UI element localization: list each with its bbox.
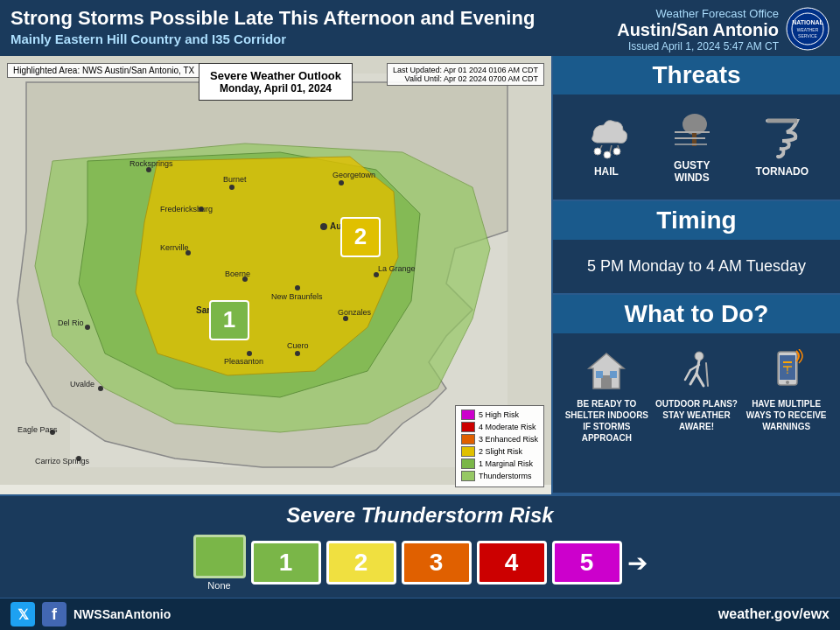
main-title: Strong Storms Possible Late This Afterno…: [10, 7, 535, 30]
svg-text:Pleasanton: Pleasanton: [224, 357, 263, 366]
house-label: BE READY TO SHELTER INDOORS IF STORMS AP…: [564, 398, 650, 444]
hiker-label: OUTDOOR PLANS? STAY WEATHER AWARE!: [654, 398, 740, 432]
hail-icon: [584, 116, 628, 160]
what-house: BE READY TO SHELTER INDOORS IF STORMS AP…: [564, 349, 650, 444]
svg-point-25: [295, 285, 300, 290]
svg-text:Cuero: Cuero: [287, 341, 309, 350]
phone-label: HAVE MULTIPLE WAYS TO RECEIVE WARNINGS: [743, 398, 830, 432]
threats-section: Threats HAI: [553, 56, 840, 201]
legend-item-tstm: Thunderstorms: [461, 471, 538, 481]
svg-point-46: [604, 151, 611, 158]
threat-tornado: TORNADO: [756, 116, 808, 178]
legend-item-4: 4 Moderate Risk: [461, 422, 538, 432]
svg-rect-59: [610, 371, 617, 378]
threat-hail: HAIL: [584, 116, 628, 178]
svg-text:Burnet: Burnet: [223, 175, 247, 184]
legend-item-3: 3 Enhanced Risk: [461, 434, 538, 444]
risk-box-5: 5: [552, 541, 622, 584]
svg-text:Gonzales: Gonzales: [338, 308, 372, 317]
risk-scale: None 1 2 3 4 5 ➔: [10, 535, 830, 591]
svg-point-17: [229, 185, 234, 190]
sidebar: Threats HAI: [551, 56, 840, 494]
svg-line-65: [685, 370, 690, 380]
header-left: Strong Storms Possible Late This Afterno…: [10, 7, 535, 46]
svg-text:Fredericksburg: Fredericksburg: [160, 205, 213, 214]
office-name: Austin/San Antonio: [617, 20, 779, 40]
risk-scale-title: Severe Thunderstorm Risk: [10, 503, 830, 528]
header: Strong Storms Possible Late This Afterno…: [0, 0, 840, 56]
wind-icon: [670, 110, 714, 154]
svg-text:Georgetown: Georgetown: [332, 171, 375, 179]
svg-point-31: [247, 351, 252, 356]
svg-line-62: [690, 374, 696, 384]
tornado-icon: [760, 116, 804, 160]
svg-point-29: [295, 351, 300, 356]
hail-label: HAIL: [594, 165, 619, 178]
timing-title: Timing: [553, 201, 840, 240]
svg-point-7: [320, 223, 327, 230]
risk-none-wrapper: None: [193, 535, 246, 591]
phone-icon: !: [765, 349, 808, 393]
legend-item-5: 5 High Risk: [461, 410, 538, 420]
hiker-icon: [675, 349, 718, 393]
social-handle[interactable]: NWSSanAntonio: [74, 607, 171, 621]
map-updated: Last Updated: Apr 01 2024 0106 AM CDT Va…: [387, 63, 544, 86]
nws-logo: NATIONAL WEATHER SERVICE: [786, 7, 830, 51]
svg-line-50: [618, 145, 619, 149]
threats-title: Threats: [553, 56, 840, 94]
svg-line-48: [600, 145, 602, 149]
what-phone: ! HAVE MULTIPLE WAYS TO RECEIVE WARNINGS: [743, 349, 830, 432]
social-bar: 𝕏 f NWSSanAntonio weather.gov/ewx: [0, 598, 840, 630]
svg-point-35: [98, 386, 103, 391]
facebook-icon[interactable]: f: [42, 602, 66, 626]
svg-point-47: [613, 148, 620, 155]
social-left: 𝕏 f NWSSanAntonio: [10, 602, 171, 626]
wind-label: GUSTY WINDS: [674, 159, 710, 184]
map-container: Austin San Antonio Fredericksburg Rocksp…: [0, 56, 551, 494]
risk-box-1: 1: [251, 541, 321, 584]
svg-point-33: [85, 325, 90, 330]
svg-text:New Braunfels: New Braunfels: [271, 292, 323, 301]
main-content: Austin San Antonio Fredericksburg Rocksp…: [0, 56, 840, 494]
svg-text:La Grange: La Grange: [378, 264, 416, 273]
legend-item-1: 1 Marginal Risk: [461, 458, 538, 469]
svg-text:NATIONAL: NATIONAL: [792, 19, 823, 25]
threats-icons: HAIL GUSTY WINDS: [564, 102, 830, 192]
svg-line-49: [610, 145, 612, 152]
svg-line-66: [706, 363, 708, 386]
office-label: Weather Forecast Office: [617, 7, 779, 20]
what-icons: BE READY TO SHELTER INDOORS IF STORMS AP…: [564, 340, 830, 452]
threat-wind: GUSTY WINDS: [670, 110, 714, 184]
timing-section: Timing 5 PM Monday to 4 AM Tuesday: [553, 201, 840, 295]
office-info: Weather Forecast Office Austin/San Anton…: [617, 7, 779, 52]
risk-arrow: ➔: [627, 549, 648, 578]
map-highlighted-label: Highlighted Area: NWS Austin/San Antonio…: [7, 63, 200, 78]
twitter-icon[interactable]: 𝕏: [10, 602, 35, 626]
website[interactable]: weather.gov/ewx: [718, 606, 830, 622]
risk-box-none: [193, 535, 246, 578]
svg-text:Kerrville: Kerrville: [160, 243, 189, 252]
what-to-do-section: What to Do? BE READY TO SHELTER INDOORS …: [553, 295, 840, 494]
svg-text:2: 2: [354, 223, 367, 249]
svg-line-63: [696, 374, 704, 386]
legend-item-2: 2 Slight Risk: [461, 446, 538, 457]
svg-text:!: !: [786, 366, 788, 375]
map-legend: 5 High Risk 4 Moderate Risk 3 Enhanced R…: [455, 405, 544, 487]
header-right: Weather Forecast Office Austin/San Anton…: [617, 7, 830, 52]
svg-text:WEATHER: WEATHER: [797, 27, 819, 32]
svg-text:Eagle Pass: Eagle Pass: [18, 425, 58, 434]
bottom-bar: Severe Thunderstorm Risk None 1 2 3 4 5: [0, 494, 840, 598]
risk-box-4: 4: [477, 541, 547, 584]
map-outlook-title: Severe Weather Outlook Monday, April 01,…: [199, 63, 353, 101]
timing-text: 5 PM Monday to 4 AM Tuesday: [564, 247, 830, 286]
what-to-do-title: What to Do?: [553, 295, 840, 333]
svg-text:Uvalde: Uvalde: [70, 380, 94, 388]
svg-point-45: [594, 148, 601, 155]
map-area: Austin San Antonio Fredericksburg Rocksp…: [0, 56, 551, 494]
svg-text:1: 1: [223, 306, 235, 332]
svg-point-19: [339, 180, 344, 186]
svg-text:SERVICE: SERVICE: [798, 33, 818, 38]
issued-time: Issued April 1, 2024 5:47 AM CT: [617, 40, 779, 52]
svg-point-69: [786, 381, 789, 384]
risk-box-2: 2: [326, 541, 396, 584]
